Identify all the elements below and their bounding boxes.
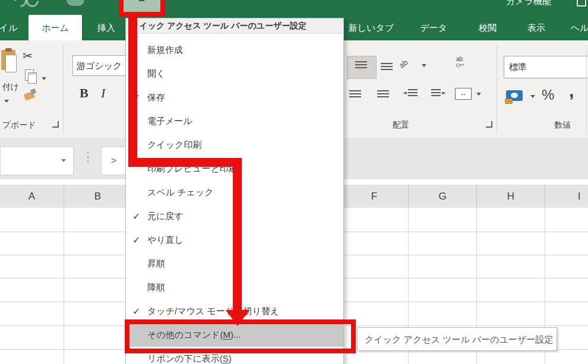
menu-item-label: やり直し [147, 235, 184, 246]
bold-button[interactable]: B [80, 86, 88, 101]
tab-new-tab[interactable]: 新しいタブ [344, 15, 398, 40]
annotation-arrow-line-horizontal [128, 158, 242, 167]
annotation-arrow-line-vertical-2 [233, 158, 242, 311]
checkmark-icon: ✓ [126, 306, 147, 317]
tab-review[interactable]: 校閲 [471, 15, 504, 40]
align-middle-icon[interactable] [381, 63, 393, 70]
copy-dropdown-icon[interactable] [42, 77, 46, 80]
increase-indent-button[interactable]: ► [431, 89, 446, 96]
merge-dropdown-icon[interactable] [476, 93, 481, 96]
annotation-box-qat-button [119, 0, 165, 17]
orientation-dropdown-icon[interactable] [422, 64, 426, 67]
tab-home[interactable]: ホーム [29, 15, 82, 40]
menu-item-label: クイック印刷 [147, 140, 201, 151]
qat-menu-item[interactable]: 新規作成 [126, 38, 343, 62]
column-header-G[interactable]: G [409, 185, 477, 208]
corner-glyph [577, 0, 586, 7]
cut-icon[interactable]: ✂ [23, 49, 33, 63]
number-format-combobox[interactable]: 標準 [504, 56, 588, 78]
decrease-indent-button[interactable]: ◄ [403, 89, 418, 96]
currency-dropdown-icon[interactable] [530, 95, 535, 98]
menu-item-label: 昇順 [147, 258, 165, 270]
menu-item-label: タッチ/マウス モードの切り替え [147, 306, 279, 317]
qat-menu-item[interactable]: 電子メール [126, 109, 343, 133]
clipboard-dialog-launcher-icon[interactable] [52, 121, 59, 128]
annotation-arrow-line-vertical-1 [128, 17, 137, 163]
checkmark-icon: ✓ [126, 211, 147, 222]
arrow-right-icon: ► [442, 90, 446, 96]
qat-menu-header: クイック アクセス ツール バーのユーザー設定 [126, 18, 343, 34]
comma-style-button[interactable]: , [569, 81, 574, 101]
wrap-text-icon[interactable]: ab c↩ [456, 56, 464, 68]
format-painter-tip [30, 88, 36, 94]
copy-icon-front [28, 72, 37, 84]
menu-item-label: 新規作成 [147, 45, 183, 56]
coin-icon [505, 101, 513, 104]
number-group-label: 数値 [542, 120, 583, 131]
column-header-A[interactable]: A [0, 185, 64, 208]
qat-menu-item[interactable]: クイック印刷 [126, 133, 343, 157]
tab-view[interactable]: 表示 [521, 15, 551, 40]
indent-lines-icon [408, 89, 418, 96]
clipboard-group-label: プボード [0, 120, 38, 131]
annotation-box-more-commands [125, 319, 356, 353]
wrap-text-bottom: c↩ [456, 62, 464, 68]
paste-icon-clip [5, 48, 12, 52]
excel-window: カメラ機能 イル ホーム 挿入 新しいタブ データ 校閲 表示 ヘル 付け ✂ … [0, 0, 588, 364]
align-right-icon[interactable] [377, 90, 389, 97]
group-separator [586, 45, 587, 133]
window-title: カメラ機能 [506, 0, 551, 7]
column-header-F[interactable]: F [340, 185, 409, 208]
qat-menu-item[interactable]: ✓保存 [126, 86, 343, 109]
align-left-icon[interactable] [349, 90, 361, 97]
touch-mode-icon[interactable] [67, 0, 84, 6]
align-top-button-selected[interactable] [347, 56, 377, 79]
merge-center-button[interactable]: ↔ [455, 88, 472, 100]
tooltip: クイック アクセス ツール バーのユーザー設定 [357, 327, 557, 351]
tab-insert[interactable]: 挿入 [88, 15, 125, 40]
align-top-icon [355, 61, 367, 68]
alignment-dialog-launcher-icon[interactable] [486, 121, 492, 128]
percent-style-button[interactable]: % [542, 87, 554, 103]
orientation-icon[interactable]: ab [397, 58, 410, 70]
arrow-left-icon: ◄ [403, 90, 407, 96]
menu-item-label: 降順 [147, 282, 165, 293]
tab-file[interactable]: イル [0, 15, 20, 40]
menu-item-label: リボンの下に表示(S) [147, 353, 232, 364]
menu-item-label: 保存 [147, 92, 165, 103]
paste-dropdown-icon[interactable] [4, 100, 9, 103]
name-box-dropdown-icon[interactable] [61, 159, 66, 162]
column-header-I[interactable]: I [545, 185, 588, 208]
group-separator [63, 45, 64, 133]
italic-button[interactable]: I [101, 86, 105, 101]
column-header-B[interactable]: B [64, 185, 132, 208]
titlebar: カメラ機能 [0, 0, 588, 15]
drag-handle-icon[interactable]: ⋮ [82, 150, 94, 164]
currency-icon-oval [511, 93, 518, 98]
tab-data[interactable]: データ [414, 15, 453, 40]
menu-item-label: 電子メール [147, 116, 192, 127]
paste-icon-sheet [5, 55, 17, 72]
paste-button-label[interactable]: 付け [0, 82, 21, 93]
formula-bar-button[interactable]: > [101, 147, 127, 175]
indent-lines-icon [431, 89, 441, 96]
column-header-H[interactable]: H [477, 185, 545, 208]
qat-menu-item[interactable]: 開く [126, 62, 343, 86]
checkmark-icon: ✓ [126, 235, 147, 246]
menu-item-label: スペル チェック [147, 187, 214, 198]
alignment-group-label: 配置 [380, 120, 422, 131]
menu-item-label: 開く [147, 68, 165, 80]
group-separator [497, 45, 497, 133]
menu-item-label: 元に戻す [147, 211, 184, 222]
tab-help[interactable]: ヘル [567, 15, 588, 40]
redo-icon[interactable] [24, 0, 42, 10]
tooltip-text: クイック アクセス ツール バーのユーザー設定 [365, 334, 553, 344]
